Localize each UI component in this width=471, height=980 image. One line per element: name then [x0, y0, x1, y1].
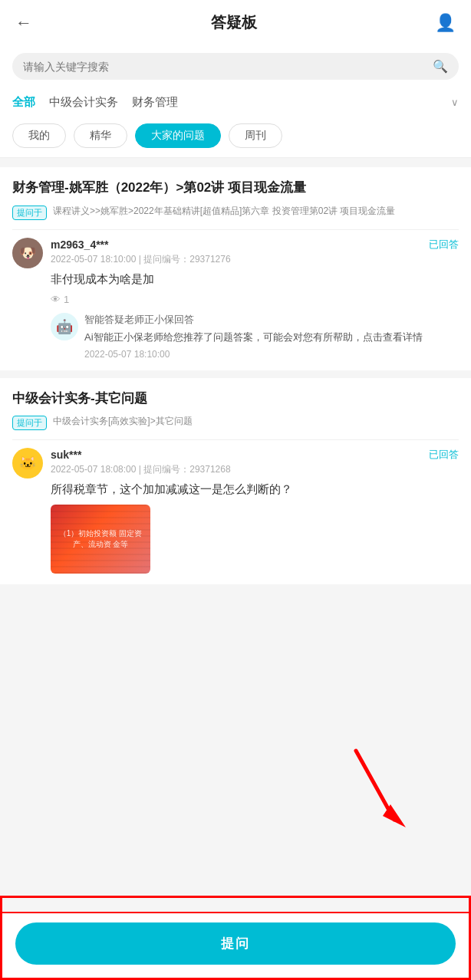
filter-mine[interactable]: 我的 [12, 123, 66, 148]
card-1: 财务管理-姚军胜（2022年）>第02讲 项目现金流量 提问于 课程讲义>>姚军… [0, 167, 471, 370]
card-1-meta-row: 提问于 课程讲义>>姚军胜>2022年基础精讲[超值精品]第六章 投资管理第02… [12, 204, 459, 220]
card-2: 中级会计实务-其它问题 提问于 中级会计实务[高效实验]>其它问题 🐱 suk*… [0, 378, 471, 584]
card-2-question-row: 🐱 suk*** 已回答 2022-05-07 18:08:00 | 提问编号：… [12, 448, 459, 574]
card-1-meta-text: 课程讲义>>姚军胜>2022年基础精讲[超值精品]第六章 投资管理第02讲 项目… [53, 204, 395, 219]
category-expand-icon[interactable]: ∨ [451, 97, 459, 108]
card-2-status: 已回答 [429, 448, 459, 462]
card-1-course-title: 财务管理-姚军胜（2022年）>第02讲 项目现金流量 [12, 178, 459, 198]
card-2-time: 2022-05-07 18:08:00 | 提问编号：29371268 [51, 463, 459, 476]
category-financial-management[interactable]: 财务管理 [132, 95, 178, 110]
card-1-ai-body: 智能答疑老师正小保回答 Ai智能正小保老师给您推荐了问题答案，可能会对您有所帮助… [84, 313, 459, 360]
card-1-ai-answer[interactable]: 🤖 智能答疑老师正小保回答 Ai智能正小保老师给您推荐了问题答案，可能会对您有所… [51, 313, 459, 360]
card-2-tag: 提问于 [12, 416, 47, 430]
card-1-status: 已回答 [429, 238, 459, 252]
red-arrow-svg [333, 743, 425, 850]
back-button[interactable]: ← [15, 13, 32, 33]
filter-highlight[interactable]: 精华 [74, 123, 127, 148]
search-input[interactable] [23, 61, 433, 73]
card-1-ai-name: 智能答疑老师正小保回答 [84, 313, 459, 327]
svg-line-0 [356, 751, 394, 820]
content-area: 财务管理-姚军胜（2022年）>第02讲 项目现金流量 提问于 课程讲义>>姚军… [0, 158, 471, 669]
card-1-user-row: m2963_4*** 已回答 [51, 238, 459, 252]
card-1-ai-time: 2022-05-07 18:10:00 [84, 349, 459, 360]
card-2-avatar: 🐱 [12, 448, 43, 478]
card-2-course-title: 中级会计实务-其它问题 [12, 389, 459, 409]
category-all[interactable]: 全部 [12, 95, 35, 110]
category-bar: 全部 中级会计实务 财务管理 ∨ [0, 90, 471, 117]
search-icon: 🔍 [433, 59, 448, 74]
card-1-ai-text: Ai智能正小保老师给您推荐了问题答案，可能会对您有所帮助，点击查看详情 [84, 330, 459, 346]
search-bar: 🔍 [0, 45, 471, 90]
card-1-username: m2963_4*** [51, 238, 109, 251]
arrow-annotation [333, 743, 425, 853]
card-1-view-count: 👁 1 [51, 294, 459, 305]
card-1-question-row: 🐶 m2963_4*** 已回答 2022-05-07 18:10:00 | 提… [12, 238, 459, 360]
page-title: 答疑板 [211, 12, 257, 33]
card-2-thumb-text: （1）初始投资额 固定资产、流动资 金等 [51, 524, 150, 554]
ask-button[interactable]: 提问 [15, 922, 456, 965]
card-2-avatar-img: 🐱 [12, 448, 43, 478]
card-1-question-text: 非付现成本为啥是加 [51, 271, 459, 288]
filter-weekly[interactable]: 周刊 [229, 123, 282, 148]
card-1-question-body: m2963_4*** 已回答 2022-05-07 18:10:00 | 提问编… [51, 238, 459, 360]
card-2-user-row: suk*** 已回答 [51, 448, 459, 462]
card-2-meta-text: 中级会计实务[高效实验]>其它问题 [53, 414, 193, 429]
filter-everyone[interactable]: 大家的问题 [135, 123, 221, 148]
card-1-time: 2022-05-07 18:10:00 | 提问编号：29371276 [51, 253, 459, 266]
card-2-question-text: 所得税章节，这个加加减减这一是怎么判断的？ [51, 481, 459, 498]
svg-marker-1 [383, 804, 406, 827]
card-2-divider [12, 439, 459, 440]
card-1-tag: 提问于 [12, 206, 47, 220]
category-intermediate-accounting[interactable]: 中级会计实务 [49, 95, 118, 110]
header: ← 答疑板 👤 [0, 0, 471, 45]
card-1-avatar: 🐶 [12, 238, 43, 268]
card-1-avatar-img: 🐶 [12, 238, 43, 268]
search-input-wrap: 🔍 [12, 53, 459, 80]
user-icon[interactable]: 👤 [435, 13, 456, 33]
card-2-username: suk*** [51, 449, 81, 461]
card-2-thumbnail[interactable]: （1）初始投资额 固定资产、流动资 金等 [51, 505, 150, 574]
filter-bar: 我的 精华 大家的问题 周刊 [0, 117, 471, 158]
card-2-question-body: suk*** 已回答 2022-05-07 18:08:00 | 提问编号：29… [51, 448, 459, 574]
card-1-divider [12, 229, 459, 230]
card-1-ai-avatar: 🤖 [51, 313, 78, 340]
card-1-views: 1 [64, 294, 69, 305]
bottom-bar: 提问 [0, 912, 471, 980]
eye-icon: 👁 [51, 294, 61, 305]
card-2-meta-row: 提问于 中级会计实务[高效实验]>其它问题 [12, 414, 459, 430]
